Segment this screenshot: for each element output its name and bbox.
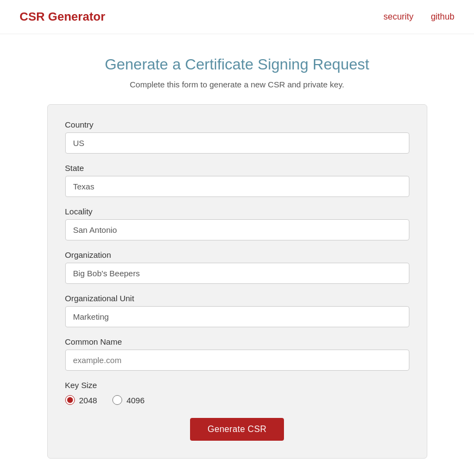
form-card: Country State Locality Organization Orga… [47,104,427,459]
organization-label: Organization [65,250,409,259]
key-size-label: Key Size [65,380,409,390]
radio-2048-label: 2048 [79,396,97,405]
app-title: CSR Generator [20,10,105,24]
locality-group: Locality [65,207,409,240]
radio-2048-input[interactable] [65,395,75,405]
state-label: State [65,163,409,173]
radio-4096-input[interactable] [112,395,122,405]
locality-label: Locality [65,207,409,216]
state-group: State [65,163,409,197]
country-group: Country [65,120,409,154]
page-subheading: Complete this form to generate a new CSR… [130,80,344,89]
main-content: Generate a Certificate Signing Request C… [0,34,474,476]
nav-links: security github [383,12,454,22]
org-unit-label: Organizational Unit [65,294,409,303]
security-link[interactable]: security [383,12,413,22]
org-unit-input[interactable] [65,306,409,327]
radio-4096-label: 4096 [127,396,144,405]
radio-options: 2048 4096 [65,395,409,405]
organization-group: Organization [65,250,409,284]
radio-2048-option[interactable]: 2048 [65,395,97,405]
common-name-group: Common Name [65,337,409,371]
country-label: Country [65,120,409,129]
locality-input[interactable] [65,219,409,240]
org-unit-group: Organizational Unit [65,294,409,327]
common-name-label: Common Name [65,337,409,346]
app-header: CSR Generator security github [0,0,474,34]
state-input[interactable] [65,176,409,197]
radio-4096-option[interactable]: 4096 [112,395,144,405]
page-heading: Generate a Certificate Signing Request [105,56,369,73]
organization-input[interactable] [65,263,409,284]
country-input[interactable] [65,132,409,154]
github-link[interactable]: github [431,12,454,22]
common-name-input[interactable] [65,350,409,371]
key-size-group: Key Size 2048 4096 [65,380,409,405]
generate-csr-button[interactable]: Generate CSR [190,418,284,441]
